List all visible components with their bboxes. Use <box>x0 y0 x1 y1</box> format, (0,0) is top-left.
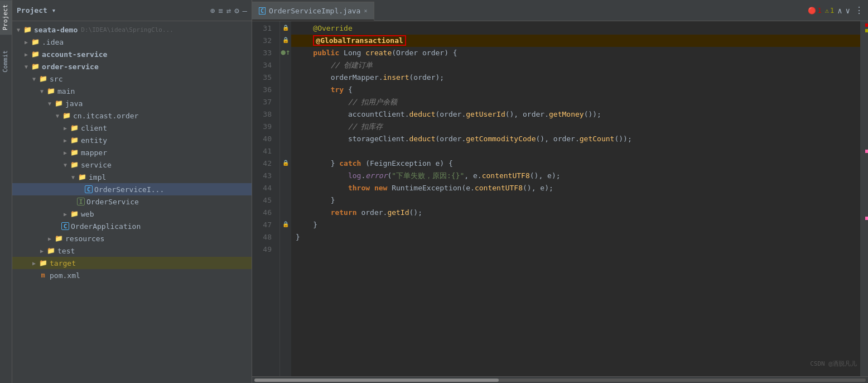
tab-bar: C OrderServiceImpl.java × 🔴 1 ⚠ 1 ∧ ∨ ⋮ <box>252 0 868 21</box>
tree-label-account: account-service <box>42 50 107 59</box>
arrow-entity: ▶ <box>61 137 69 143</box>
gutter-40 <box>280 132 291 144</box>
error-icon: 🔴 <box>808 7 816 15</box>
plain-46b: (); <box>409 208 422 217</box>
gutter-36 <box>280 83 291 95</box>
tree-item-order-service-impl[interactable]: C OrderServiceI... <box>12 183 252 195</box>
commit-tab[interactable]: Commit <box>0 46 12 77</box>
tree-label-package: cn.itcast.order <box>73 112 138 120</box>
tree-item-target[interactable]: ▶ 📁 target <box>12 257 252 269</box>
tree-label-impl: impl <box>89 173 106 181</box>
tree-item-package[interactable]: ▼ 📁 cn.itcast.order <box>12 109 252 122</box>
folder-icon-resources: 📁 <box>54 234 64 243</box>
tab-close-button[interactable]: × <box>364 8 367 14</box>
folder-icon-java: 📁 <box>54 99 64 108</box>
tree-item-root[interactable]: ▼ 📁 seata-demo D:\IDEA\idea\SpringClo... <box>12 23 252 36</box>
nav-down-arrow[interactable]: ∨ <box>846 6 850 15</box>
tree-item-client[interactable]: ▶ 📁 client <box>12 122 252 134</box>
project-tab[interactable]: Project <box>0 0 12 35</box>
tree-item-main[interactable]: ▼ 📁 main <box>12 85 252 97</box>
header-icons: ⊕ ≡ ⇄ ⚙ — <box>210 6 247 15</box>
tree-item-service[interactable]: ▼ 📁 service <box>12 159 252 171</box>
tree-scrollbar[interactable] <box>12 377 252 383</box>
tree-item-pom[interactable]: m pom.xml <box>12 269 252 281</box>
plain-38a: accountClient. <box>348 110 409 118</box>
arrow-idea: ▶ <box>22 39 30 45</box>
code-line-45: } <box>291 194 860 207</box>
tree-label-mapper: mapper <box>81 149 107 157</box>
tree-item-web[interactable]: ▶ 📁 web <box>12 208 252 220</box>
scrollbar-thumb[interactable] <box>254 379 499 382</box>
project-tree: ▼ 📁 seata-demo D:\IDEA\idea\SpringClo...… <box>12 21 252 377</box>
tree-item-order-service[interactable]: ▼ 📁 order-service <box>12 60 252 73</box>
plain-40b: (order. <box>435 135 466 143</box>
tree-label-iface: OrderService <box>86 198 139 206</box>
plain-35b: (order); <box>409 73 445 82</box>
editor-tab-main[interactable]: C OrderServiceImpl.java × <box>252 2 374 21</box>
tree-item-impl[interactable]: ▼ 📁 impl <box>12 171 252 183</box>
expand-icon[interactable]: ⇄ <box>226 6 231 15</box>
plain-48: } <box>296 233 300 241</box>
kw-catch: catch <box>339 159 361 167</box>
gutter-39 <box>280 119 291 132</box>
folder-icon-root: 📁 <box>22 25 32 34</box>
tree-item-order-service-iface[interactable]: I OrderService <box>12 195 252 208</box>
tree-label-app: OrderApplication <box>71 222 141 231</box>
plain-35a: orderMapper. <box>331 73 383 82</box>
code-line-36: try { <box>291 84 860 96</box>
minimize-icon[interactable]: — <box>243 6 247 15</box>
tree-item-test[interactable]: ▶ 📁 test <box>12 245 252 257</box>
gutter: 🔒 🔒 ●↑ 🔒 🔒 <box>280 21 291 376</box>
tree-label-impl-class: OrderServiceI... <box>94 185 164 194</box>
arrow-root: ▼ <box>15 27 22 33</box>
more-options[interactable]: ⋮ <box>855 5 864 16</box>
lock-icon-42: 🔒 <box>282 160 289 166</box>
settings-icon[interactable]: ⚙ <box>234 6 239 15</box>
fn-getid: getId <box>387 208 409 217</box>
gutter-35 <box>280 70 291 83</box>
tree-item-mapper[interactable]: ▶ 📁 mapper <box>12 146 252 159</box>
code-line-42: } catch (FeignException e) { <box>291 157 860 170</box>
error-indicator: 🔴 1 <box>808 7 821 15</box>
arrow-web: ▶ <box>61 211 69 217</box>
tree-label-root: seata-demo <box>34 26 78 34</box>
cmt-34: // 创建订单 <box>331 61 373 69</box>
tree-label-src: src <box>50 75 62 83</box>
code-line-49 <box>291 243 860 256</box>
plain-47: } <box>313 221 317 229</box>
class-icon-impl: C <box>85 185 93 193</box>
ln-46: 46 <box>252 207 275 219</box>
collapse-icon[interactable]: ≡ <box>218 6 223 15</box>
code-line-46: return order.getId(); <box>291 207 860 219</box>
folder-icon-client: 📁 <box>69 123 79 132</box>
tree-path: D:\IDEA\idea\SpringClo... <box>81 26 173 33</box>
plain-45: } <box>331 196 335 204</box>
folder-icon-mapper: 📁 <box>69 148 79 157</box>
arrow-client: ▶ <box>61 125 69 131</box>
folder-icon-entity: 📁 <box>69 136 79 145</box>
tree-item-account-service[interactable]: ▶ 📁 account-service <box>12 48 252 60</box>
ln-31: 31 <box>252 22 275 35</box>
tree-item-resources[interactable]: ▶ 📁 resources <box>12 232 252 245</box>
fn-getmoney: getMoney <box>549 110 584 118</box>
editor-scrollbar[interactable] <box>252 376 868 383</box>
tree-item-idea[interactable]: ▶ 📁 .idea <box>12 36 252 48</box>
nav-up-arrow[interactable]: ∧ <box>837 6 842 15</box>
cls-runtime: RuntimeException <box>392 184 461 192</box>
ln-40: 40 <box>252 133 275 145</box>
folder-icon-impl: 📁 <box>77 173 87 181</box>
scrollbar-track[interactable] <box>254 379 866 382</box>
folder-icon-package: 📁 <box>61 111 71 120</box>
tree-item-order-app[interactable]: C OrderApplication <box>12 220 252 232</box>
tree-item-src[interactable]: ▼ 📁 src <box>12 73 252 85</box>
folder-icon-main: 📁 <box>46 87 56 95</box>
folder-icon-service: 📁 <box>69 160 79 169</box>
tree-item-java[interactable]: ▼ 📁 java <box>12 97 252 109</box>
tree-item-entity[interactable]: ▶ 📁 entity <box>12 134 252 146</box>
folder-icon-account: 📁 <box>30 50 40 59</box>
code-editor[interactable]: @Override @GlobalTransactional public Lo… <box>291 21 860 376</box>
fn-content-43: contentUTF8 <box>482 171 530 180</box>
add-icon[interactable]: ⊕ <box>210 6 215 15</box>
gutter-45 <box>280 193 291 205</box>
arrow-order: ▼ <box>22 64 30 70</box>
